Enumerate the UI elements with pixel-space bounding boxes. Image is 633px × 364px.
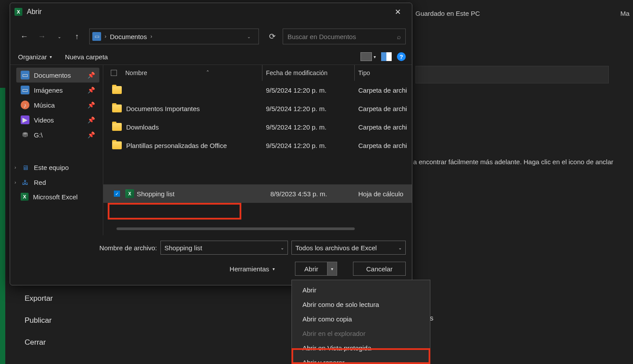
chevron-down-icon: ▾ bbox=[331, 267, 333, 271]
documents-icon: ▭ bbox=[21, 71, 29, 79]
new-folder-button[interactable]: Nueva carpeta bbox=[65, 53, 108, 61]
menu-export[interactable]: Exportar bbox=[25, 294, 53, 303]
dialog-title: Abrir bbox=[27, 8, 42, 16]
help-icon[interactable]: ? bbox=[397, 52, 406, 61]
sidebar-item-this-pc[interactable]: › 🖥 Este equipo bbox=[16, 160, 99, 175]
col-type-label: Tipo bbox=[358, 69, 370, 76]
chevron-down-icon: ▾ bbox=[273, 267, 275, 271]
excel-hint-text: a encontrar fácilmente más adelante. Hag… bbox=[413, 158, 613, 166]
folder-sidebar: ▭ Documentos 📌 ▭ Imágenes 📌 ♪ Música 📌 ▶… bbox=[10, 65, 103, 235]
organize-label: Organizar bbox=[18, 53, 47, 61]
file-type: Carpeta de archi bbox=[355, 142, 412, 149]
col-date-label: Fecha de modificación bbox=[266, 69, 327, 76]
sidebar-item-excel[interactable]: X Microsoft Excel bbox=[16, 190, 99, 204]
chevron-right-icon[interactable]: › bbox=[149, 33, 153, 40]
cancel-button[interactable]: Cancelar bbox=[353, 262, 406, 276]
sidebar-item-label: Documentos bbox=[34, 72, 71, 79]
dialog-titlebar: X Abrir ✕ bbox=[10, 3, 412, 21]
nav-forward-button[interactable]: → bbox=[34, 29, 50, 44]
file-date: 8/9/2023 4:53 p. m. bbox=[267, 190, 355, 198]
address-history-button[interactable]: ⌄ bbox=[242, 34, 256, 39]
filename-label: Nombre de archivo: bbox=[99, 244, 157, 252]
file-type: Carpeta de archi bbox=[355, 123, 412, 131]
filetype-select[interactable]: Todos los archivos de Excel ⌄ bbox=[291, 241, 406, 255]
excel-search-placeholder[interactable] bbox=[415, 66, 609, 83]
drive-icon: ⛃ bbox=[21, 130, 29, 139]
sidebar-item-label: Microsoft Excel bbox=[33, 193, 78, 201]
new-folder-label: Nueva carpeta bbox=[65, 53, 108, 61]
filename-value: Shopping list bbox=[164, 244, 202, 252]
column-date-header[interactable]: Fecha de modificación bbox=[262, 65, 355, 81]
file-row[interactable]: Plantillas personalizadas de Office 9/5/… bbox=[103, 136, 412, 155]
close-button[interactable]: ✕ bbox=[388, 4, 407, 20]
organize-button relevance-button[interactable]: Organizar ▾ bbox=[18, 53, 52, 61]
filename-input[interactable]: Shopping list ⌄ bbox=[160, 241, 288, 255]
tools-button[interactable]: Herramientas ▾ bbox=[229, 265, 275, 273]
cancel-label: Cancelar bbox=[366, 265, 393, 273]
sidebar-item-images[interactable]: ▭ Imágenes 📌 bbox=[16, 83, 99, 97]
refresh-button[interactable]: ⟳ bbox=[263, 29, 281, 44]
chevron-down-icon[interactable]: ⌄ bbox=[280, 245, 284, 250]
nav-toolbar: ← → ⌄ ↑ ▭ › Documentos › ⌄ ⟳ Buscar en D… bbox=[10, 25, 412, 49]
file-date: 9/5/2024 12:20 p. m. bbox=[262, 123, 355, 131]
view-mode-button[interactable]: ▾ bbox=[360, 52, 376, 61]
open-dialog: X Abrir ✕ ← → ⌄ ↑ ▭ › Documentos › ⌄ ⟳ B… bbox=[10, 3, 412, 285]
address-bar[interactable]: ▭ › Documentos › ⌄ bbox=[89, 29, 259, 44]
file-type: Hoja de cálculo bbox=[355, 190, 412, 198]
dropdown-item-open-readonly[interactable]: Abrir como de solo lectura bbox=[292, 297, 430, 312]
nav-back-button[interactable]: ← bbox=[16, 29, 32, 44]
filetype-value: Todos los archivos de Excel bbox=[295, 244, 377, 252]
file-row[interactable]: Documentos Importantes 9/5/2024 12:20 p.… bbox=[103, 99, 412, 118]
nav-up-button[interactable]: ↑ bbox=[69, 29, 85, 44]
sidebar-item-label: G:\ bbox=[34, 131, 43, 139]
tools-label: Herramientas bbox=[229, 265, 269, 273]
column-type-header[interactable]: Tipo bbox=[355, 65, 412, 81]
file-list: Nombre ˄ Fecha de modificación Tipo 9/5/… bbox=[103, 65, 412, 235]
open-button[interactable]: Abrir bbox=[295, 262, 327, 276]
menu-publish[interactable]: Publicar bbox=[25, 316, 53, 325]
chevron-down-icon[interactable]: ⌄ bbox=[398, 245, 402, 250]
file-row-selected[interactable]: ✓ X Shopping list 8/9/2023 4:53 p. m. Ho… bbox=[103, 184, 412, 203]
expand-icon[interactable]: › bbox=[15, 165, 16, 170]
saved-location-label: Guardado en Este PC bbox=[415, 10, 480, 17]
file-checkbox-checked[interactable]: ✓ bbox=[114, 191, 120, 197]
open-split-button[interactable]: ▾ bbox=[327, 262, 337, 276]
chevron-down-icon: ▾ bbox=[50, 54, 52, 59]
excel-icon: X bbox=[21, 193, 29, 201]
sidebar-item-drive-g[interactable]: ⛃ G:\ 📌 bbox=[16, 127, 99, 142]
pin-icon: 📌 bbox=[87, 131, 95, 138]
dropdown-item-open-protected[interactable]: Abrir en Vista protegida bbox=[292, 341, 430, 355]
dropdown-item-open-repair[interactable]: Abrir y reparar... bbox=[292, 355, 430, 364]
dropdown-item-open[interactable]: Abrir bbox=[292, 283, 430, 297]
preview-pane-button[interactable] bbox=[381, 52, 392, 61]
horizontal-scrollbar[interactable] bbox=[116, 227, 355, 230]
breadcrumb-folder[interactable]: Documentos bbox=[110, 33, 147, 40]
sidebar-item-label: Este equipo bbox=[34, 164, 69, 171]
search-box[interactable]: Buscar en Documentos ⌕ bbox=[283, 29, 406, 44]
open-button-group: Abrir ▾ bbox=[295, 262, 337, 276]
address-folder-icon: ▭ bbox=[92, 32, 101, 41]
col-name-label: Nombre bbox=[125, 69, 147, 76]
file-date: 9/5/2024 12:20 p. m. bbox=[262, 105, 355, 112]
pin-icon: 📌 bbox=[87, 116, 95, 123]
sidebar-item-label: Videos bbox=[34, 116, 54, 124]
column-name-header[interactable]: Nombre ˄ bbox=[124, 65, 262, 81]
file-row[interactable]: Downloads 9/5/2024 12:20 p. m. Carpeta d… bbox=[103, 118, 412, 136]
search-icon: ⌕ bbox=[397, 33, 401, 40]
sidebar-item-music[interactable]: ♪ Música 📌 bbox=[16, 97, 99, 112]
dropdown-item-open-copy[interactable]: Abrir como copia bbox=[292, 312, 430, 326]
menu-close[interactable]: Cerrar bbox=[25, 338, 53, 347]
sidebar-item-network[interactable]: › 🖧 Red bbox=[16, 175, 99, 190]
nav-recent-button[interactable]: ⌄ bbox=[51, 29, 67, 44]
select-all-checkbox[interactable] bbox=[111, 70, 117, 76]
open-dropdown-menu: Abrir Abrir como de solo lectura Abrir c… bbox=[291, 280, 430, 364]
file-type: Carpeta de archi bbox=[355, 105, 412, 112]
file-row[interactable]: 9/5/2024 12:20 p. m. Carpeta de archi bbox=[103, 81, 412, 99]
dropdown-item-open-explorer: Abrir en el explorador bbox=[292, 326, 430, 341]
expand-icon[interactable]: › bbox=[15, 180, 16, 185]
excel-icon: X bbox=[15, 8, 22, 16]
dialog-toolbar: Organizar ▾ Nueva carpeta ▾ ? bbox=[10, 49, 412, 65]
sidebar-item-documents[interactable]: ▭ Documentos 📌 bbox=[16, 68, 99, 83]
chevron-down-icon: ▾ bbox=[374, 54, 376, 59]
sidebar-item-videos[interactable]: ▶ Videos 📌 bbox=[16, 112, 99, 127]
